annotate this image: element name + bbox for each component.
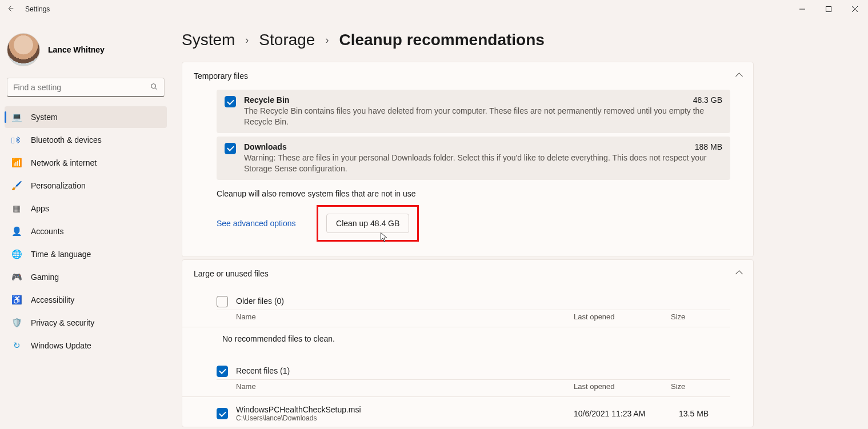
highlight-box: Clean up 48.4 GB [317, 205, 419, 242]
apps-icon: ▦ [11, 203, 22, 214]
downloads-checkbox[interactable] [225, 143, 236, 154]
search-icon [150, 82, 159, 93]
personalization-icon: 🖌️ [11, 181, 22, 191]
downloads-item: Downloads 188 MB Warning: These are file… [217, 137, 730, 180]
older-files-checkbox[interactable] [217, 296, 228, 307]
gaming-icon: 🎮 [11, 272, 22, 282]
chevron-up-icon [737, 269, 742, 278]
downloads-size: 188 MB [695, 142, 722, 151]
avatar [7, 33, 40, 66]
sidebar-item-personalization[interactable]: 🖌️ Personalization [5, 175, 167, 197]
breadcrumb: System › Storage › Cleanup recommendatio… [182, 23, 868, 62]
recycle-bin-title: Recycle Bin [244, 95, 289, 105]
maximize-button[interactable] [815, 0, 842, 18]
system-icon: 💻 [11, 112, 22, 122]
sidebar: Lance Whitney 💻 System ︎ Bluetooth & de… [0, 18, 171, 429]
accounts-icon: 👤 [11, 226, 22, 236]
col-name: Name [236, 312, 574, 321]
app-title: Settings [25, 5, 50, 13]
chevron-right-icon: › [245, 34, 249, 46]
sidebar-item-label: Windows Update [31, 341, 91, 350]
sidebar-item-system[interactable]: 💻 System [5, 106, 167, 128]
page-title: Cleanup recommendations [339, 31, 544, 49]
no-files-message: No recommended files to clean. [182, 327, 753, 348]
sidebar-item-label: Accessibility [31, 295, 74, 304]
accessibility-icon: ♿ [11, 295, 22, 305]
col-opened: Last opened [574, 382, 671, 391]
chevron-up-icon [737, 71, 742, 81]
file-size: 13.5 MB [679, 409, 730, 418]
sidebar-item-bluetooth[interactable]: ︎ Bluetooth & devices [5, 129, 167, 151]
cleanup-button[interactable]: Clean up 48.4 GB [326, 214, 409, 233]
svg-rect-1 [826, 7, 831, 12]
downloads-desc: Warning: These are files in your persona… [244, 153, 722, 174]
minimize-button[interactable] [789, 0, 815, 18]
temporary-files-section: Temporary files Recycle Bin 48.3 GB The … [182, 62, 754, 257]
file-path: C:\Users\lance\Downloads [236, 414, 566, 422]
titlebar: Settings [0, 0, 868, 18]
sidebar-item-label: System [31, 113, 58, 122]
cleanup-note: Cleanup will also remove system files th… [217, 189, 753, 198]
file-name: WindowsPCHealthCheckSetup.msi [236, 405, 566, 414]
back-button[interactable] [0, 5, 21, 14]
section-title: Large or unused files [194, 269, 269, 278]
svg-point-4 [151, 84, 156, 89]
downloads-title: Downloads [244, 142, 287, 151]
bluetooth-icon: ︎ [11, 135, 22, 145]
file-row[interactable]: WindowsPCHealthCheckSetup.msi C:\Users\l… [217, 400, 730, 424]
user-name: Lance Whitney [48, 45, 105, 54]
sidebar-item-label: Network & internet [31, 158, 97, 167]
recycle-bin-desc: The Recycle Bin contains files you have … [244, 106, 722, 127]
large-unused-section: Large or unused files Older files (0) Na… [182, 259, 754, 427]
sidebar-item-label: Time & language [31, 250, 91, 259]
recycle-bin-item: Recycle Bin 48.3 GB The Recycle Bin cont… [217, 90, 730, 133]
sidebar-item-label: Apps [31, 204, 49, 213]
older-files-label: Older files (0) [236, 296, 284, 306]
table-header: Name Last opened Size [182, 380, 730, 397]
section-title: Temporary files [194, 71, 248, 81]
network-icon: 📶 [11, 158, 22, 168]
sidebar-item-label: Gaming [31, 272, 59, 282]
profile-block[interactable]: Lance Whitney [5, 23, 167, 78]
sidebar-item-accounts[interactable]: 👤 Accounts [5, 220, 167, 242]
col-opened: Last opened [574, 312, 671, 321]
search-box [7, 78, 165, 97]
col-size: Size [671, 312, 722, 321]
recent-files-checkbox[interactable] [217, 366, 228, 377]
breadcrumb-system[interactable]: System [182, 31, 235, 49]
sidebar-item-privacy[interactable]: 🛡️ Privacy & security [5, 312, 167, 334]
see-advanced-link[interactable]: See advanced options [217, 219, 296, 228]
file-checkbox[interactable] [217, 408, 228, 419]
sidebar-item-time-language[interactable]: 🌐 Time & language [5, 243, 167, 265]
sidebar-item-gaming[interactable]: 🎮 Gaming [5, 266, 167, 288]
col-name: Name [236, 382, 574, 391]
sidebar-item-apps[interactable]: ▦ Apps [5, 198, 167, 219]
table-header: Name Last opened Size [182, 310, 730, 327]
breadcrumb-storage[interactable]: Storage [259, 31, 315, 49]
close-button[interactable] [842, 0, 868, 18]
section-header-temporary[interactable]: Temporary files [182, 62, 753, 90]
time-language-icon: 🌐 [11, 249, 22, 259]
sidebar-item-network[interactable]: 📶 Network & internet [5, 152, 167, 174]
recycle-bin-checkbox[interactable] [225, 96, 236, 107]
chevron-right-icon: › [325, 34, 329, 46]
recent-files-label: Recent files (1) [236, 366, 290, 375]
sidebar-item-label: Privacy & security [31, 318, 94, 327]
sidebar-item-windows-update[interactable]: ↻ Windows Update [5, 335, 167, 356]
privacy-icon: 🛡️ [11, 318, 22, 328]
recycle-bin-size: 48.3 GB [693, 95, 722, 105]
windows-update-icon: ↻ [11, 340, 22, 351]
sidebar-item-accessibility[interactable]: ♿ Accessibility [5, 289, 167, 311]
sidebar-item-label: Accounts [31, 227, 64, 236]
file-opened: 10/6/2021 11:23 AM [574, 409, 671, 418]
cursor-icon [380, 232, 388, 244]
search-input[interactable] [7, 78, 165, 97]
sidebar-item-label: Bluetooth & devices [31, 135, 102, 145]
svg-line-5 [155, 88, 157, 90]
sidebar-item-label: Personalization [31, 181, 86, 190]
col-size: Size [671, 382, 722, 391]
section-header-large[interactable]: Large or unused files [182, 260, 753, 287]
